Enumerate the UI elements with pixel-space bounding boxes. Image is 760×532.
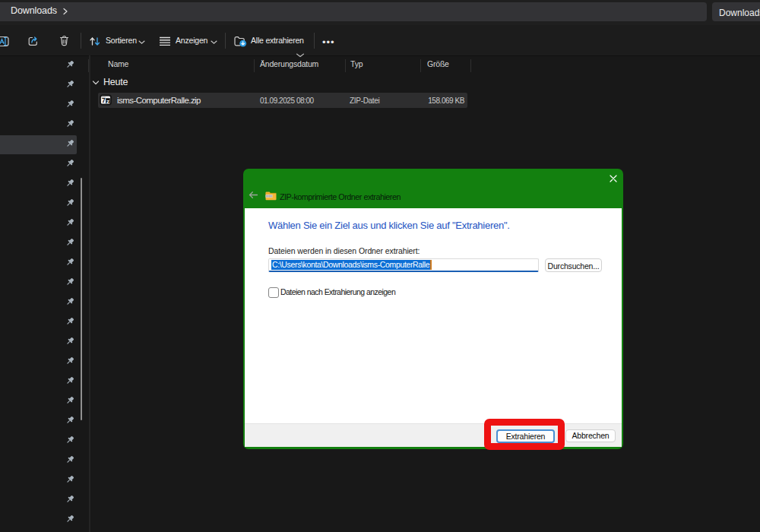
svg-text:7: 7 — [102, 97, 106, 104]
svg-text:z: z — [106, 98, 109, 105]
